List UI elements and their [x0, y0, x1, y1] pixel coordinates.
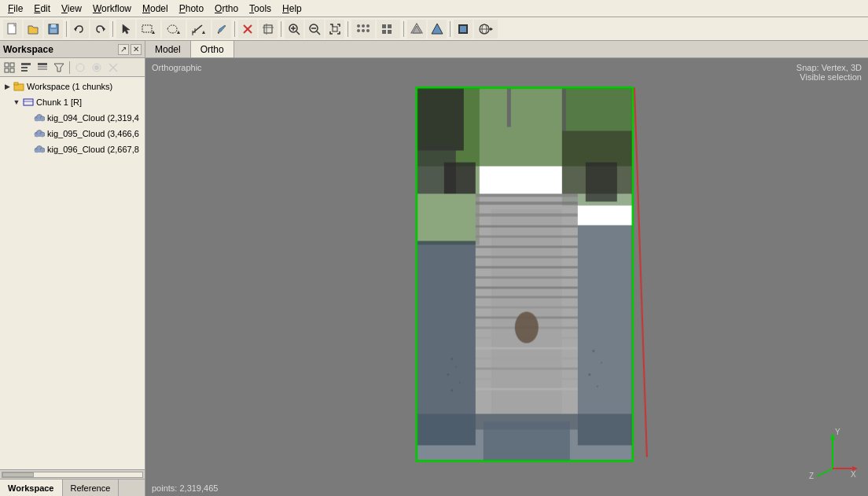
svg-point-29: [366, 24, 370, 28]
svg-point-59: [94, 65, 99, 70]
view-mode1-button[interactable]: [351, 20, 375, 39]
redo-button[interactable]: [90, 20, 109, 39]
svg-rect-46: [5, 63, 9, 67]
snap-line1: Snap: Vertex, 3D: [796, 63, 862, 72]
svg-rect-47: [10, 63, 14, 67]
render-button[interactable]: [454, 20, 473, 39]
svg-rect-50: [21, 63, 31, 65]
svg-marker-38: [413, 26, 421, 33]
normals-button[interactable]: [407, 20, 426, 39]
undo-button[interactable]: [70, 20, 89, 39]
svg-marker-5: [103, 27, 105, 31]
workspace-header: Workspace ↗ ✕: [0, 41, 145, 58]
point-cloud-container: [404, 83, 648, 471]
svg-marker-7: [152, 31, 155, 34]
svg-rect-64: [24, 99, 33, 105]
tab-model[interactable]: Model: [145, 41, 191, 57]
crop-button[interactable]: [259, 20, 278, 39]
workspace-close-button[interactable]: ✕: [131, 44, 142, 55]
ws-expand-button[interactable]: [18, 60, 34, 75]
menu-view[interactable]: View: [57, 2, 86, 16]
menu-workflow[interactable]: Workflow: [88, 2, 136, 16]
workspace-scrollbar[interactable]: [0, 469, 145, 479]
y-axis-label: Y: [835, 428, 840, 436]
workspace-title: Workspace: [3, 44, 53, 55]
mesh-button[interactable]: [428, 20, 447, 39]
measure-button[interactable]: [187, 20, 211, 39]
cloud1[interactable]: ▶ kig_094_Cloud (2,319,4: [0, 110, 145, 126]
view-mode2-button[interactable]: [377, 20, 400, 39]
tab-ortho[interactable]: Ortho: [191, 41, 234, 57]
view-tabs: Model Ortho: [145, 41, 868, 58]
globe-button[interactable]: [474, 20, 498, 39]
tab-reference[interactable]: Reference: [63, 479, 120, 496]
chunk1-icon: [22, 96, 35, 108]
svg-rect-2: [51, 24, 56, 28]
save-button[interactable]: [44, 20, 63, 39]
svg-rect-98: [475, 306, 577, 308]
zoom-out-button[interactable]: [305, 20, 324, 39]
main-toolbar: [0, 17, 868, 41]
right-panel: Model Ortho Orthographic Snap: Vertex, 3…: [145, 41, 868, 496]
zoom-in-button[interactable]: [285, 20, 303, 39]
svg-rect-77: [35, 150, 44, 152]
tab-workspace[interactable]: Workspace: [0, 479, 63, 496]
sep3: [234, 21, 235, 37]
sep6: [403, 21, 404, 37]
svg-rect-48: [5, 68, 9, 72]
root-icon: [13, 80, 25, 93]
menu-model[interactable]: Model: [138, 2, 173, 16]
rect-select-button[interactable]: [137, 20, 160, 39]
svg-rect-109: [443, 162, 475, 193]
menu-tools[interactable]: Tools: [245, 2, 276, 16]
svg-point-123: [588, 373, 590, 376]
cloud3-label: kig_096_Cloud (2,667,8: [47, 145, 139, 154]
svg-line-20: [296, 31, 300, 35]
workspace-hscroll-thumb[interactable]: [2, 472, 34, 477]
select-button[interactable]: [116, 20, 135, 39]
viewport[interactable]: Orthographic Snap: Vertex, 3D Visible se…: [145, 58, 868, 496]
menu-ortho[interactable]: Ortho: [210, 2, 243, 16]
menu-edit[interactable]: Edit: [29, 2, 55, 16]
shape-select-button[interactable]: [162, 20, 186, 39]
ws-filter-button[interactable]: [51, 60, 67, 75]
new-button[interactable]: [3, 20, 22, 39]
ws-grid-button[interactable]: [2, 60, 17, 75]
left-bottom-tabs: Workspace Reference: [0, 479, 145, 496]
ws-collapse-button[interactable]: [35, 60, 50, 75]
cloud1-label: kig_094_Cloud (2,319,4: [47, 113, 139, 123]
cloud3[interactable]: ▶ kig_096_Cloud (2,667,8: [0, 141, 145, 157]
menu-file[interactable]: File: [3, 2, 28, 16]
svg-marker-45: [489, 28, 493, 31]
svg-rect-89: [475, 213, 577, 216]
svg-marker-39: [432, 24, 443, 34]
chunk1[interactable]: ▼ Chunk 1 [R]: [0, 94, 145, 110]
menu-bar: File Edit View Workflow Model Photo Orth…: [0, 0, 868, 17]
svg-rect-34: [388, 24, 392, 28]
svg-point-118: [447, 373, 449, 376]
svg-rect-6: [142, 25, 152, 32]
open-button[interactable]: [24, 20, 42, 39]
svg-line-131: [817, 468, 833, 476]
svg-point-28: [362, 24, 365, 28]
workspace-root-label: Workspace (1 chunks): [27, 82, 112, 91]
workspace-tree: ▶ Workspace (1 chunks) ▼ Chunk 1 [R] ▶: [0, 77, 145, 469]
svg-rect-112: [483, 421, 569, 461]
menu-help[interactable]: Help: [278, 2, 307, 16]
svg-rect-108: [577, 225, 632, 445]
svg-rect-3: [50, 29, 57, 33]
workspace-float-button[interactable]: ↗: [118, 44, 129, 55]
delete-button[interactable]: [238, 20, 257, 39]
draw-button[interactable]: [212, 20, 231, 39]
menu-photo[interactable]: Photo: [175, 2, 208, 16]
fit-view-button[interactable]: [326, 20, 344, 39]
svg-marker-4: [74, 27, 76, 31]
cloud2[interactable]: ▶ kig_095_Cloud (3,466,6: [0, 126, 145, 141]
workspace-hscroll-track[interactable]: [2, 472, 143, 478]
x-axis-label: X: [851, 470, 856, 479]
svg-marker-12: [202, 31, 205, 34]
svg-rect-91: [475, 235, 577, 237]
svg-rect-41: [460, 26, 466, 32]
workspace-root[interactable]: ▶ Workspace (1 chunks): [0, 79, 145, 94]
svg-rect-36: [388, 30, 392, 34]
